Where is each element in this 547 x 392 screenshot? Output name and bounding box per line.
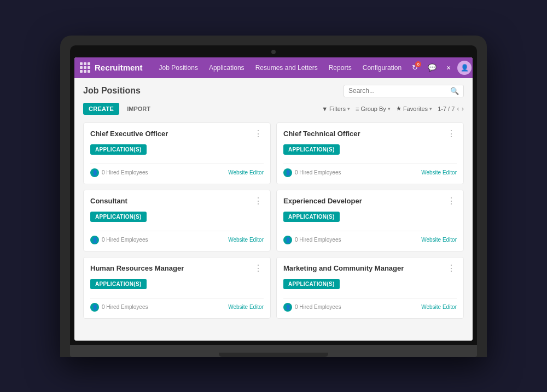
groupby-caret: ▾ <box>388 106 391 112</box>
pagination-text: 1-7 / 7 <box>438 106 455 112</box>
website-editor-link[interactable]: Website Editor <box>228 237 264 243</box>
hired-info: 👤 0 Hired Employees <box>283 236 341 244</box>
nav-actions: ↻ 6 💬 × 👤 <box>407 60 472 75</box>
applications-button[interactable]: APPLICATION(S) <box>283 144 340 155</box>
website-editor-link[interactable]: Website Editor <box>228 304 264 310</box>
favorites-label: Favorites <box>403 106 428 112</box>
job-card-cto: Chief Technical Officer ⋮ APPLICATION(S)… <box>276 122 464 184</box>
toolbar-right: ▼ Filters ▾ ≡ Group By ▾ ★ Favorites <box>322 104 464 113</box>
applications-button[interactable]: APPLICATION(S) <box>90 144 147 155</box>
page-title: Job Positions <box>83 86 141 96</box>
prev-page-button[interactable]: ‹ <box>457 104 459 113</box>
filters-button[interactable]: ▼ Filters ▾ <box>322 106 350 112</box>
pagination: 1-7 / 7 ‹ › <box>438 104 464 113</box>
webcam <box>271 50 276 54</box>
hired-count: 0 Hired Employees <box>295 169 341 175</box>
nav-reports[interactable]: Reports <box>323 57 357 78</box>
card-header: Consultant ⋮ <box>90 197 264 206</box>
hired-count: 0 Hired Employees <box>102 304 148 310</box>
hired-info: 👤 0 Hired Employees <box>90 303 148 312</box>
applications-button[interactable]: APPLICATION(S) <box>90 212 147 222</box>
filter-icon: ▼ <box>322 106 328 112</box>
card-footer: 👤 0 Hired Employees Website Editor <box>283 163 457 177</box>
laptop-base <box>70 345 477 357</box>
favorites-caret: ▾ <box>429 106 432 112</box>
person-icon: 👤 <box>283 236 292 244</box>
card-header: Marketing and Community Manager ⋮ <box>283 264 457 273</box>
groupby-icon: ≡ <box>356 106 359 112</box>
chat-button[interactable]: 💬 <box>424 60 440 75</box>
hired-count: 0 Hired Employees <box>102 237 148 243</box>
nav-applications[interactable]: Applications <box>203 57 250 78</box>
next-page-button[interactable]: › <box>462 104 464 113</box>
person-icon: 👤 <box>283 303 292 312</box>
filters-caret: ▾ <box>347 106 350 112</box>
card-menu-icon[interactable]: ⋮ <box>446 197 457 206</box>
job-card-consultant: Consultant ⋮ APPLICATION(S) 👤 0 Hired Em… <box>83 190 271 251</box>
nav-job-positions[interactable]: Job Positions <box>154 57 203 78</box>
person-icon: 👤 <box>283 168 292 177</box>
card-footer: 👤 0 Hired Employees Website Editor <box>90 231 264 244</box>
person-icon: 👤 <box>90 236 99 244</box>
job-title: Human Resources Manager <box>90 264 184 272</box>
favorites-button[interactable]: ★ Favorites ▾ <box>396 105 432 112</box>
app-navbar: Recruitment Job Positions Applications R… <box>74 57 473 78</box>
applications-button[interactable]: APPLICATION(S) <box>90 279 147 289</box>
nav-resumes[interactable]: Resumes and Letters <box>250 57 323 78</box>
job-title: Chief Executive Officer <box>90 130 168 138</box>
hired-info: 👤 0 Hired Employees <box>90 168 148 177</box>
job-title: Experienced Developer <box>283 197 362 205</box>
search-input[interactable] <box>348 87 450 95</box>
create-button[interactable]: CREATE <box>83 103 119 115</box>
card-menu-icon[interactable]: ⋮ <box>446 130 457 138</box>
card-header: Chief Executive Officer ⋮ <box>90 130 264 138</box>
card-footer: 👤 0 Hired Employees Website Editor <box>90 163 264 177</box>
job-title: Marketing and Community Manager <box>283 264 404 272</box>
job-title: Consultant <box>90 197 127 205</box>
hired-count: 0 Hired Employees <box>102 169 148 175</box>
grid-menu-icon[interactable] <box>80 57 90 78</box>
laptop-frame: Recruitment Job Positions Applications R… <box>60 36 487 357</box>
hired-info: 👤 0 Hired Employees <box>283 303 341 312</box>
group-by-label: Group By <box>360 106 386 112</box>
card-header: Human Resources Manager ⋮ <box>90 264 264 273</box>
card-menu-icon[interactable]: ⋮ <box>253 197 264 206</box>
applications-button[interactable]: APPLICATION(S) <box>283 212 340 222</box>
content-header: Job Positions 🔍 <box>83 85 464 97</box>
job-title: Chief Technical Officer <box>283 130 360 138</box>
person-icon: 👤 <box>90 168 99 177</box>
website-editor-link[interactable]: Website Editor <box>228 169 264 175</box>
card-menu-icon[interactable]: ⋮ <box>446 264 457 273</box>
job-card-marketing: Marketing and Community Manager ⋮ APPLIC… <box>276 257 464 319</box>
person-icon: 👤 <box>90 303 99 312</box>
group-by-button[interactable]: ≡ Group By ▾ <box>356 106 391 112</box>
avatar-icon: 👤 <box>461 64 469 72</box>
hired-info: 👤 0 Hired Employees <box>90 236 148 244</box>
nav-menu: Job Positions Applications Resumes and L… <box>154 57 408 78</box>
job-card-hr: Human Resources Manager ⋮ APPLICATION(S)… <box>83 257 271 319</box>
chat-icon: 💬 <box>428 63 437 72</box>
refresh-button[interactable]: ↻ 6 <box>407 60 422 75</box>
search-icon[interactable]: 🔍 <box>450 87 459 95</box>
screen-bezel: Recruitment Job Positions Applications R… <box>70 45 477 345</box>
card-footer: 👤 0 Hired Employees Website Editor <box>283 231 457 244</box>
nav-configuration[interactable]: Configuration <box>357 57 407 78</box>
website-editor-link[interactable]: Website Editor <box>421 169 457 175</box>
refresh-badge: 6 <box>415 61 421 67</box>
website-editor-link[interactable]: Website Editor <box>421 304 457 310</box>
import-button[interactable]: IMPORT <box>123 103 155 115</box>
hired-count: 0 Hired Employees <box>295 237 341 243</box>
card-menu-icon[interactable]: ⋮ <box>253 130 264 138</box>
laptop-screen: Recruitment Job Positions Applications R… <box>74 57 473 341</box>
card-header: Experienced Developer ⋮ <box>283 197 457 206</box>
close-button[interactable]: × <box>442 61 455 74</box>
hired-count: 0 Hired Employees <box>295 304 341 310</box>
main-content: Job Positions 🔍 CREATE IMPORT ▼ <box>74 78 473 341</box>
user-avatar[interactable]: 👤 <box>457 61 472 75</box>
website-editor-link[interactable]: Website Editor <box>421 237 457 243</box>
search-box: 🔍 <box>344 85 464 97</box>
card-menu-icon[interactable]: ⋮ <box>253 264 264 273</box>
applications-button[interactable]: APPLICATION(S) <box>283 279 340 289</box>
grid-dots <box>80 62 90 73</box>
card-footer: 👤 0 Hired Employees Website Editor <box>283 298 457 312</box>
